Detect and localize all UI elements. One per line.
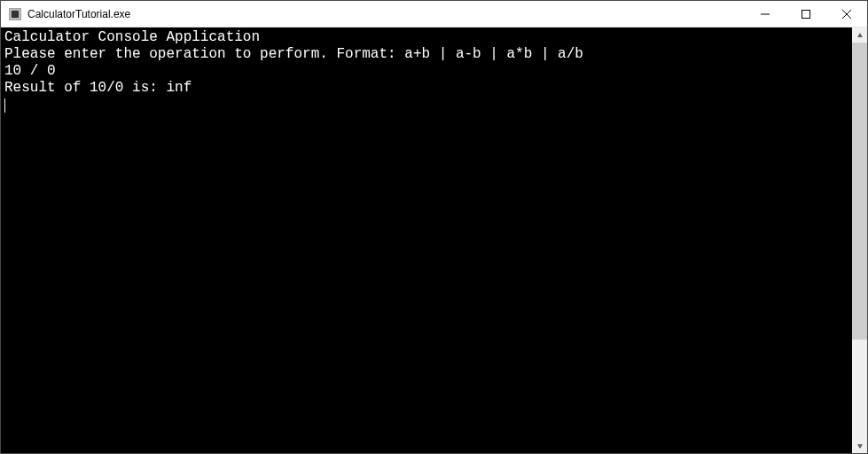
console-line: 10 / 0 xyxy=(4,63,848,80)
close-button[interactable] xyxy=(826,1,867,27)
vertical-scrollbar[interactable] xyxy=(852,27,867,453)
scrollbar-track[interactable] xyxy=(852,43,867,438)
scroll-down-button[interactable] xyxy=(852,438,867,453)
console-area: Calculator Console ApplicationPlease ent… xyxy=(1,27,867,453)
window-title: CalculatorTutorial.exe xyxy=(27,8,745,20)
maximize-button[interactable] xyxy=(786,1,826,27)
titlebar: CalculatorTutorial.exe xyxy=(1,1,867,27)
minimize-button[interactable] xyxy=(745,1,786,27)
console-line: Please enter the operation to perform. F… xyxy=(4,46,848,63)
console-output[interactable]: Calculator Console ApplicationPlease ent… xyxy=(1,27,852,453)
svg-rect-1 xyxy=(12,10,20,18)
svg-rect-3 xyxy=(802,10,810,18)
window-controls xyxy=(745,1,867,27)
svg-marker-7 xyxy=(857,444,863,449)
app-icon xyxy=(8,7,22,21)
console-line: Result of 10/0 is: inf xyxy=(4,80,848,97)
console-line: Calculator Console Application xyxy=(4,29,848,46)
scrollbar-thumb[interactable] xyxy=(852,43,867,340)
scroll-up-button[interactable] xyxy=(852,27,867,43)
svg-marker-6 xyxy=(857,33,863,37)
cursor-icon xyxy=(4,98,5,113)
